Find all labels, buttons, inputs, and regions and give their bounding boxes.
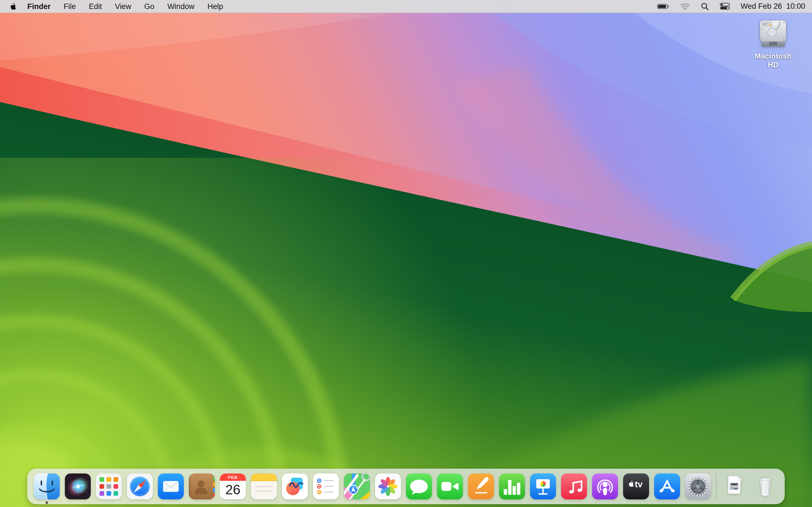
menu-item-go[interactable]: Go: [138, 0, 161, 13]
dock-item-system-settings[interactable]: [685, 473, 711, 499]
dock: FEB 26: [28, 469, 784, 504]
hard-drive-icon: [758, 18, 789, 49]
dock-item-podcasts[interactable]: [592, 473, 618, 499]
safari-icon: [127, 473, 153, 499]
menu-item-finder[interactable]: Finder: [21, 0, 57, 13]
dock-item-launchpad[interactable]: [96, 473, 122, 499]
dock-item-maps[interactable]: [344, 473, 370, 499]
running-indicator: [46, 501, 48, 504]
dock-item-tv[interactable]: tv: [623, 473, 649, 499]
dock-item-facetime[interactable]: [437, 473, 463, 499]
dock-item-app-store[interactable]: [654, 473, 680, 499]
reminders-icon: [313, 473, 339, 499]
wallpaper: [0, 0, 812, 507]
menu-item-window[interactable]: Window: [161, 0, 201, 13]
numbers-icon: [499, 473, 525, 499]
podcasts-icon: [592, 473, 618, 499]
dock-divider: [716, 473, 716, 500]
desktop-icon-macintosh-hd[interactable]: Macintosh HD: [751, 18, 796, 69]
notes-icon: [251, 473, 277, 499]
apple-tv-icon: tv: [623, 473, 649, 499]
menu-item-edit[interactable]: Edit: [82, 0, 109, 13]
dock-item-photos[interactable]: [375, 473, 401, 499]
siri-icon: [65, 473, 91, 499]
macos-desktop: Finder File Edit View Go Window Help: [0, 0, 812, 507]
apple-logo-icon: [10, 3, 16, 10]
keynote-icon: [530, 473, 556, 499]
dock-item-messages[interactable]: [406, 473, 432, 499]
facetime-icon: [437, 473, 463, 499]
dock-item-trash[interactable]: [752, 473, 778, 499]
dock-item-mail[interactable]: [158, 473, 184, 499]
dock-item-documents-stack[interactable]: [721, 473, 747, 499]
mail-icon: [158, 473, 184, 499]
contacts-icon: [189, 473, 215, 499]
menu-bar: Finder File Edit View Go Window Help: [0, 0, 812, 13]
dock-item-safari[interactable]: [127, 473, 153, 499]
desktop-icon-label: Macintosh HD: [751, 52, 796, 69]
dock-item-freeform[interactable]: [282, 473, 308, 499]
dock-item-pages[interactable]: [468, 473, 494, 499]
dock-item-finder[interactable]: [34, 473, 60, 499]
launchpad-icon: [96, 473, 122, 499]
dock-item-music[interactable]: [561, 473, 587, 499]
dock-item-siri[interactable]: [65, 473, 91, 499]
dock-item-reminders[interactable]: [313, 473, 339, 499]
dock-item-numbers[interactable]: [499, 473, 525, 499]
photos-icon: [375, 473, 401, 499]
menu-bar-clock[interactable]: Wed Feb 26 10:00: [741, 2, 805, 11]
finder-icon: [34, 473, 60, 499]
app-store-icon: [654, 473, 680, 499]
dock-item-keynote[interactable]: [530, 473, 556, 499]
menu-item-help[interactable]: Help: [201, 0, 230, 13]
tv-label: tv: [635, 480, 643, 489]
battery-icon[interactable]: [657, 3, 670, 10]
pages-icon: [468, 473, 494, 499]
search-icon[interactable]: [701, 2, 709, 11]
documents-stack-icon: [721, 473, 747, 499]
system-settings-icon: [685, 473, 711, 499]
menu-bar-status: Wed Feb 26 10:00: [657, 2, 805, 11]
apple-menu[interactable]: [7, 3, 21, 10]
dock-item-calendar[interactable]: FEB 26: [220, 473, 246, 499]
menu-item-view[interactable]: View: [109, 0, 138, 13]
trash-icon: [752, 473, 778, 499]
menu-bar-left: Finder File Edit View Go Window Help: [7, 0, 230, 13]
freeform-icon: [282, 473, 308, 499]
calendar-icon: FEB 26: [220, 473, 246, 499]
music-icon: [561, 473, 587, 499]
messages-icon: [406, 473, 432, 499]
menu-item-file[interactable]: File: [57, 0, 83, 13]
dock-item-contacts[interactable]: [189, 473, 215, 499]
wifi-icon[interactable]: [680, 3, 690, 10]
calendar-day: 26: [220, 480, 246, 499]
control-center-icon[interactable]: [720, 3, 730, 10]
maps-icon: [344, 473, 370, 499]
dock-item-notes[interactable]: [251, 473, 277, 499]
